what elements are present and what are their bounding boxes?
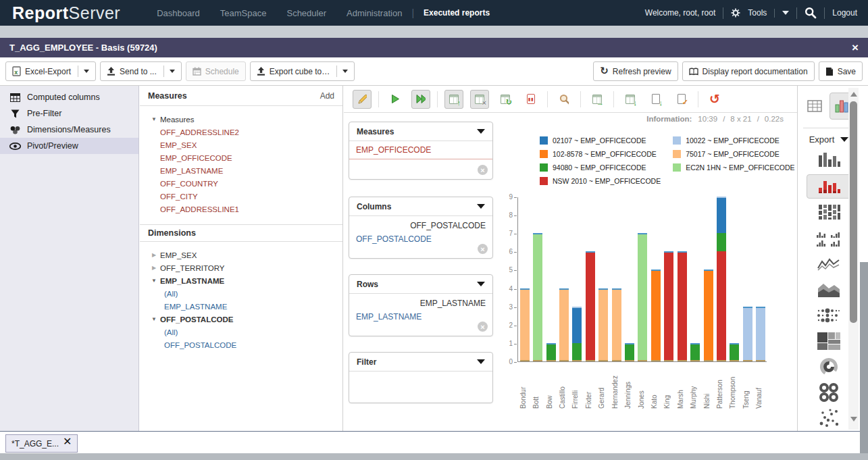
bar-segment-10022 [756, 307, 765, 361]
add-measure-button[interactable]: Add [320, 91, 334, 101]
measures-root-node[interactable]: ▼Measures [140, 113, 342, 126]
tree-collapsed-icon[interactable]: ▶ [151, 252, 157, 258]
dropzone-item-emp-officecode[interactable]: EMP_OFFICECODE [349, 141, 492, 159]
dimension-level-off-postalcode-all-[interactable]: (All) [140, 326, 342, 338]
chevron-down-icon[interactable] [477, 359, 485, 364]
scroll-down-icon[interactable] [850, 417, 857, 421]
remove-icon[interactable]: × [478, 244, 488, 254]
window-edge-scrollbar[interactable] [860, 86, 868, 453]
nav-dashboard[interactable]: Dashboard [157, 8, 200, 18]
chart-type-small-multiples[interactable] [807, 226, 851, 251]
edit-pencil-button[interactable] [353, 90, 372, 109]
chart-type-stacked-bar[interactable] [807, 174, 851, 199]
dimension-node-off-territory[interactable]: ▶OFF_TERRITORY [140, 261, 342, 274]
tree-expanded-icon[interactable]: ▼ [151, 316, 157, 322]
reset-button[interactable]: ↺ [705, 90, 724, 109]
drill-through-button[interactable]: → [588, 90, 607, 109]
bar-top-edge [612, 288, 621, 290]
measure-field-off-city[interactable]: OFF_CITY [140, 190, 342, 203]
measure-field-emp-officecode[interactable]: EMP_OFFICECODE [140, 151, 342, 164]
zoom-button[interactable] [555, 90, 573, 109]
chevron-down-icon[interactable] [477, 129, 485, 134]
nav-executed-reports[interactable]: Executed reports [424, 8, 490, 18]
bar-base-edge [586, 360, 595, 361]
logout-link[interactable]: Logout [832, 8, 857, 18]
tools-menu[interactable]: Tools [748, 8, 767, 18]
measure-field-off-addressline2[interactable]: OFF_ADDRESSLINE2 [140, 126, 342, 138]
display-documentation-button[interactable]: Display report documentation [682, 61, 815, 81]
app-logo[interactable]: ReportServer [12, 3, 120, 23]
dropzone-item-emp-lastname[interactable]: EMP_LASTNAME [349, 309, 492, 324]
remove-icon[interactable]: × [478, 165, 488, 175]
export-file-button[interactable]: ↓ [646, 90, 665, 109]
divider [163, 66, 164, 77]
chart-type-scatter[interactable] [807, 405, 851, 431]
search-icon[interactable] [805, 7, 817, 19]
chevron-down-icon[interactable] [84, 70, 89, 73]
tree-collapsed-icon[interactable]: ▶ [151, 265, 157, 271]
send-to-button[interactable]: Send to ... [100, 61, 182, 81]
dimension-node-emp-sex[interactable]: ▶EMP_SEX [140, 249, 342, 261]
scroll-up-icon[interactable] [850, 92, 857, 97]
tree-expanded-icon[interactable]: ▼ [151, 278, 157, 284]
dropzone-item-off-postalcode[interactable]: OFF_POSTALCODE [349, 232, 492, 247]
schedule-button[interactable]: Schedule [186, 61, 246, 81]
columns-dropzone-body: OFF_POSTALCODE OFF_POSTALCODE [349, 216, 492, 258]
dimension-node-off-postalcode[interactable]: ▼OFF_POSTALCODE [140, 313, 342, 326]
measure-field-emp-sex[interactable]: EMP_SEX [140, 138, 342, 151]
remove-icon[interactable]: × [478, 322, 488, 332]
report-tab[interactable]: *T_AGG_E... ✕ [5, 434, 78, 453]
chevron-down-icon[interactable] [342, 70, 348, 73]
tree-expanded-icon[interactable]: ▼ [151, 116, 157, 122]
chevron-down-icon[interactable] [782, 11, 789, 15]
nav-teamspace[interactable]: TeamSpace [220, 8, 267, 18]
information-size: 8 x 21 [730, 115, 751, 123]
chart-type-stacked-column[interactable] [807, 200, 851, 226]
chevron-down-icon[interactable] [477, 204, 485, 209]
table-view-button[interactable] [805, 96, 825, 116]
bar-top-edge [625, 343, 634, 344]
measures-dropzone-header[interactable]: Measures [349, 122, 492, 141]
auto-run-button[interactable] [411, 90, 430, 109]
dimension-node-emp-lastname[interactable]: ▼EMP_LASTNAME [140, 274, 342, 287]
sidebar-item-dimensions-measures[interactable]: Dimensions/Measures [0, 122, 138, 138]
sidebar-item-pivot-preview[interactable]: Pivot/Preview [0, 138, 138, 154]
bar-top-edge [598, 288, 608, 290]
mdx-button[interactable]: ▮▮ [521, 90, 540, 109]
hide-spans-button[interactable]: × [470, 90, 489, 109]
refresh-preview-button[interactable]: ↻ Refresh preview [593, 61, 678, 81]
chart-type-bar[interactable] [807, 147, 851, 173]
measure-field-off-country[interactable]: OFF_COUNTRY [140, 177, 342, 190]
dimension-level-emp-lastname-emp-lastname[interactable]: EMP_LASTNAME [140, 300, 342, 313]
chevron-down-icon[interactable] [170, 70, 175, 73]
chevron-down-icon[interactable] [477, 282, 485, 286]
save-button[interactable]: Save [819, 61, 863, 81]
export-table-button[interactable]: ↓ [621, 90, 640, 109]
sidebar-item-pre-filter[interactable]: Pre-Filter [0, 105, 138, 122]
show-parents-button[interactable]: ↑ [444, 90, 463, 109]
rows-dropzone-header[interactable]: Rows [349, 275, 492, 294]
chart-type-dot-grid[interactable] [807, 303, 851, 328]
chart-type-treemap[interactable] [807, 328, 851, 354]
swap-axes-button[interactable]: ↻ [496, 90, 515, 109]
chart-type-area[interactable] [807, 277, 851, 303]
chart-type-donuts[interactable] [807, 380, 851, 405]
measure-field-off-addressline1[interactable]: OFF_ADDRESSLINE1 [140, 203, 342, 215]
chart-type-radial[interactable] [807, 354, 851, 380]
columns-dropzone-header[interactable]: Columns [349, 197, 492, 216]
tab-close-icon[interactable]: ✕ [63, 436, 72, 447]
dimension-level-off-postalcode-off-postalcode[interactable]: OFF_POSTALCODE [140, 338, 342, 351]
nav-administration[interactable]: Administration [347, 8, 402, 18]
measure-field-emp-lastname[interactable]: EMP_LASTNAME [140, 164, 342, 177]
close-icon[interactable]: × [852, 41, 859, 55]
export-cube-button[interactable]: Export cube to… [250, 61, 355, 81]
run-query-button[interactable] [386, 90, 405, 109]
scrollbar-thumb[interactable] [850, 101, 857, 323]
validate-button[interactable]: ✓ [672, 90, 691, 109]
chart-type-line[interactable] [807, 251, 851, 277]
sidebar-item-computed-columns[interactable]: Computed columns [0, 89, 138, 105]
dimension-level-emp-lastname-all-[interactable]: (All) [140, 287, 342, 300]
filter-dropzone-header[interactable]: Filter [349, 353, 492, 372]
nav-scheduler[interactable]: Scheduler [286, 8, 326, 18]
excel-export-button[interactable]: x Excel-Export [5, 61, 96, 81]
